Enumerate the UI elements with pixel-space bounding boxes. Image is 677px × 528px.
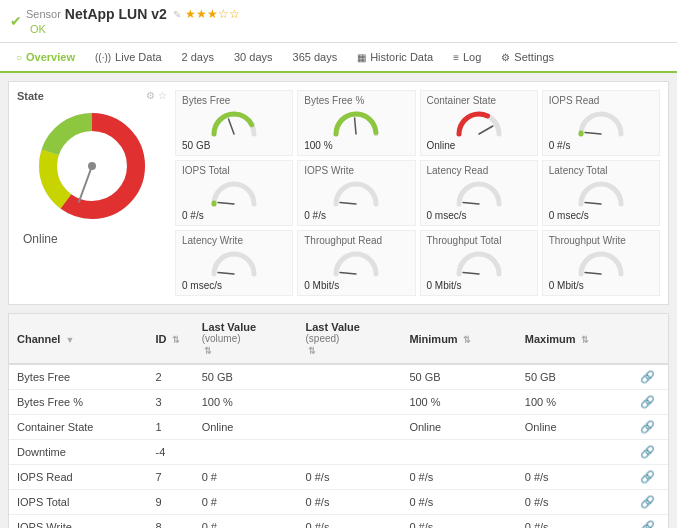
- gauge-latency-total-value: 0 msec/s: [549, 210, 653, 221]
- cell-action: 🔗: [632, 465, 668, 490]
- gauge-throughput-total-value: 0 Mbit/s: [427, 280, 531, 291]
- row-link-icon[interactable]: 🔗: [640, 370, 655, 384]
- sort-max-icon: ⇅: [581, 335, 589, 345]
- data-table-panel: Channel ▼ ID ⇅ Last Value (volume) ⇅ Las…: [8, 313, 669, 528]
- state-info-icon[interactable]: ⚙ ☆: [146, 90, 167, 106]
- gauge-throughput-total: Throughput Total 0 Mbit/s: [420, 230, 538, 296]
- gauge-iops-write: IOPS Write 0 #/s: [297, 160, 415, 226]
- table-row: Container State 1 Online Online Online 🔗: [9, 415, 668, 440]
- cell-last-volume: [194, 440, 298, 465]
- gauge-iops-read-value: 0 #/s: [549, 140, 653, 151]
- th-id[interactable]: ID ⇅: [147, 314, 193, 364]
- th-last-volume-sub: (volume): [202, 333, 290, 344]
- th-minimum[interactable]: Minimum ⇅: [401, 314, 516, 364]
- gauge-latency-total: Latency Total 0 msec/s: [542, 160, 660, 226]
- th-maximum[interactable]: Maximum ⇅: [517, 314, 632, 364]
- gauge-throughput-read: Throughput Read 0 Mbit/s: [297, 230, 415, 296]
- cell-minimum: 0 #/s: [401, 515, 516, 529]
- cell-maximum: [517, 440, 632, 465]
- tab-30days[interactable]: 30 days: [224, 43, 283, 73]
- gauge-bytes-free-pct-title: Bytes Free %: [304, 95, 408, 106]
- cell-channel: IOPS Read: [9, 465, 147, 490]
- cell-last-speed: [298, 440, 402, 465]
- svg-line-8: [479, 126, 493, 134]
- gauge-throughput-read-title: Throughput Read: [304, 235, 408, 246]
- gauge-iops-total-title: IOPS Total: [182, 165, 286, 176]
- row-link-icon[interactable]: 🔗: [640, 495, 655, 509]
- table-row: IOPS Write 8 0 # 0 #/s 0 #/s 0 #/s 🔗: [9, 515, 668, 529]
- gauge-throughput-write-value: 0 Mbit/s: [549, 280, 653, 291]
- tab-settings-label: Settings: [514, 51, 554, 63]
- table-header-row: Channel ▼ ID ⇅ Last Value (volume) ⇅ Las…: [9, 314, 668, 364]
- cell-last-volume: 0 #: [194, 515, 298, 529]
- data-table: Channel ▼ ID ⇅ Last Value (volume) ⇅ Las…: [9, 314, 668, 528]
- cell-action: 🔗: [632, 490, 668, 515]
- gauge-iops-total: IOPS Total 0 #/s: [175, 160, 293, 226]
- cell-channel: Downtime: [9, 440, 147, 465]
- th-channel[interactable]: Channel ▼: [9, 314, 147, 364]
- table-row: IOPS Read 7 0 # 0 #/s 0 #/s 0 #/s 🔗: [9, 465, 668, 490]
- sort-last-vol-icon: ⇅: [204, 346, 212, 356]
- log-icon: ≡: [453, 52, 459, 63]
- gauge-container-state-title: Container State: [427, 95, 531, 106]
- overview-icon: ○: [16, 52, 22, 63]
- svg-line-16: [463, 273, 479, 274]
- cell-id: 1: [147, 415, 193, 440]
- cell-maximum: 50 GB: [517, 364, 632, 390]
- cell-id: 8: [147, 515, 193, 529]
- gauge-latency-write-title: Latency Write: [182, 235, 286, 246]
- cell-last-speed: 0 #/s: [298, 465, 402, 490]
- tab-historic-data[interactable]: ▦ Historic Data: [347, 43, 443, 73]
- cell-minimum: [401, 440, 516, 465]
- tab-log[interactable]: ≡ Log: [443, 43, 491, 73]
- svg-line-17: [585, 273, 601, 274]
- svg-line-11: [340, 203, 356, 204]
- tab-overview-label: Overview: [26, 51, 75, 63]
- cell-last-volume: 100 %: [194, 390, 298, 415]
- row-link-icon[interactable]: 🔗: [640, 470, 655, 484]
- cell-last-speed: [298, 415, 402, 440]
- gauge-throughput-read-value: 0 Mbit/s: [304, 280, 408, 291]
- gauge-container-state: Container State Online: [420, 90, 538, 156]
- cell-action: 🔗: [632, 364, 668, 390]
- cell-last-speed: 0 #/s: [298, 490, 402, 515]
- row-link-icon[interactable]: 🔗: [640, 520, 655, 528]
- edit-icon[interactable]: ✎: [173, 9, 181, 20]
- cell-maximum: 0 #/s: [517, 490, 632, 515]
- row-link-icon[interactable]: 🔗: [640, 395, 655, 409]
- table-row: Downtime -4 🔗: [9, 440, 668, 465]
- tab-live-data-label: Live Data: [115, 51, 161, 63]
- sensor-label: Sensor: [26, 8, 61, 20]
- cell-maximum: 100 %: [517, 390, 632, 415]
- gauge-iops-write-title: IOPS Write: [304, 165, 408, 176]
- main-content: State ⚙ ☆: [0, 73, 677, 528]
- cell-minimum: 0 #/s: [401, 465, 516, 490]
- cell-maximum: Online: [517, 415, 632, 440]
- cell-minimum: Online: [401, 415, 516, 440]
- gauge-latency-read: Latency Read 0 msec/s: [420, 160, 538, 226]
- sort-last-speed-icon: ⇅: [308, 346, 316, 356]
- row-link-icon[interactable]: 🔗: [640, 420, 655, 434]
- th-last-value-speed[interactable]: Last Value (speed) ⇅: [298, 314, 402, 364]
- gauge-latency-read-value: 0 msec/s: [427, 210, 531, 221]
- cell-id: 3: [147, 390, 193, 415]
- cell-action: 🔗: [632, 415, 668, 440]
- cell-channel: Container State: [9, 415, 147, 440]
- th-last-value-volume[interactable]: Last Value (volume) ⇅: [194, 314, 298, 364]
- star-rating[interactable]: ★★★☆☆: [185, 7, 240, 21]
- gauge-throughput-total-title: Throughput Total: [427, 235, 531, 246]
- state-left: State ⚙ ☆: [17, 90, 167, 296]
- svg-line-9: [585, 133, 601, 134]
- tab-365days[interactable]: 365 days: [283, 43, 348, 73]
- tab-log-label: Log: [463, 51, 481, 63]
- tab-2days[interactable]: 2 days: [172, 43, 224, 73]
- tab-overview[interactable]: ○ Overview: [6, 43, 85, 73]
- tab-settings[interactable]: ⚙ Settings: [491, 43, 564, 73]
- cell-last-volume: 50 GB: [194, 364, 298, 390]
- gauge-container-state-value: Online: [427, 140, 531, 151]
- tab-live-data[interactable]: ((·)) Live Data: [85, 43, 172, 73]
- tab-365days-label: 365 days: [293, 51, 338, 63]
- tab-2days-label: 2 days: [182, 51, 214, 63]
- gauge-throughput-write-title: Throughput Write: [549, 235, 653, 246]
- row-link-icon[interactable]: 🔗: [640, 445, 655, 459]
